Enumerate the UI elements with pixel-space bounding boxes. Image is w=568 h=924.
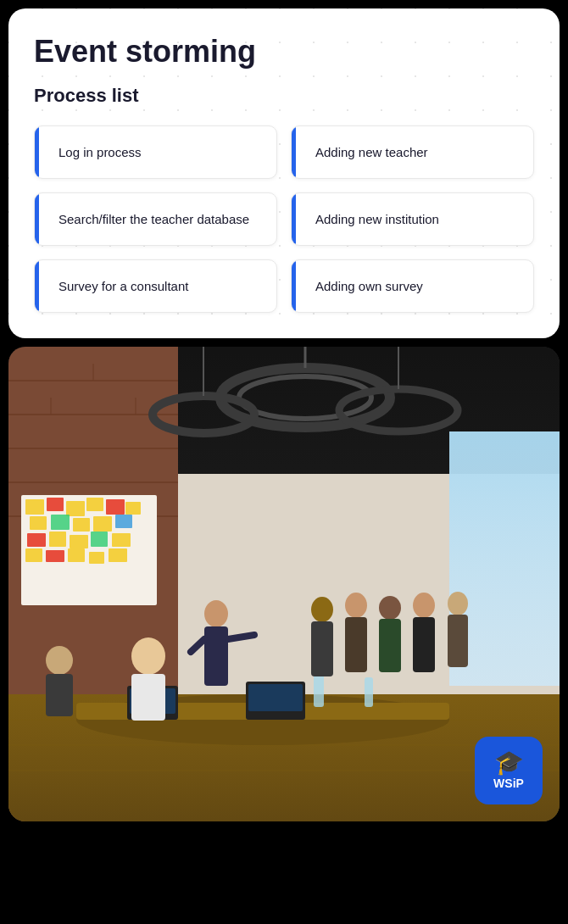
process-card-6[interactable]: Adding own survey (291, 259, 534, 313)
process-card-4-label: Adding new institution (309, 212, 439, 226)
svg-point-68 (448, 592, 468, 615)
svg-rect-33 (30, 516, 47, 530)
event-storming-card: Event storming Process list Log in proce… (8, 8, 560, 338)
photo-section: 🎓 WSiP (8, 347, 560, 821)
svg-rect-28 (47, 498, 64, 511)
svg-rect-30 (86, 498, 103, 511)
svg-rect-44 (46, 550, 64, 562)
svg-rect-37 (115, 515, 132, 528)
svg-rect-27 (25, 499, 44, 515)
svg-rect-65 (379, 619, 401, 672)
process-card-1[interactable]: Log in process (34, 125, 277, 179)
svg-rect-46 (89, 552, 104, 564)
process-card-3[interactable]: Search/filter the teacher database (34, 192, 277, 246)
svg-rect-71 (46, 674, 73, 716)
wsip-label: WSiP (493, 776, 524, 790)
svg-point-72 (131, 637, 165, 675)
svg-rect-47 (109, 548, 127, 562)
svg-rect-32 (125, 502, 141, 515)
svg-rect-31 (106, 499, 125, 515)
svg-rect-40 (70, 535, 88, 548)
process-card-1-label: Log in process (52, 145, 142, 159)
svg-rect-36 (93, 516, 112, 532)
process-card-6-label: Adding own survey (309, 279, 423, 293)
svg-point-62 (345, 593, 367, 618)
svg-rect-35 (73, 518, 90, 532)
main-title: Event storming (34, 34, 534, 70)
svg-rect-42 (112, 533, 131, 547)
svg-rect-41 (91, 532, 108, 547)
svg-rect-54 (314, 673, 324, 707)
svg-rect-63 (345, 617, 367, 672)
svg-point-70 (46, 646, 73, 675)
process-grid: Log in process Adding new teacher Search… (34, 125, 534, 313)
svg-line-58 (228, 635, 254, 639)
svg-rect-69 (448, 615, 468, 667)
svg-point-60 (311, 597, 333, 622)
process-card-5-label: Survey for a consultant (52, 279, 188, 293)
svg-point-56 (204, 600, 228, 627)
svg-rect-45 (68, 548, 85, 562)
svg-point-66 (413, 593, 435, 618)
svg-rect-73 (131, 674, 165, 721)
svg-rect-67 (413, 617, 435, 672)
process-card-5[interactable]: Survey for a consultant (34, 259, 277, 313)
process-card-2-label: Adding new teacher (309, 145, 428, 159)
svg-rect-53 (248, 684, 303, 711)
svg-rect-39 (49, 532, 66, 547)
svg-rect-34 (51, 515, 70, 530)
wsip-icon: 🎓 (494, 751, 524, 775)
svg-point-64 (379, 596, 401, 620)
room-scene: 🎓 WSiP (8, 347, 560, 821)
svg-rect-61 (311, 621, 333, 676)
process-card-2[interactable]: Adding new teacher (291, 125, 534, 179)
process-card-4[interactable]: Adding new institution (291, 192, 534, 246)
svg-rect-38 (27, 533, 46, 547)
svg-rect-43 (25, 548, 42, 562)
svg-rect-57 (204, 626, 228, 686)
svg-rect-29 (66, 501, 85, 516)
svg-rect-55 (365, 677, 373, 707)
wsip-logo[interactable]: 🎓 WSiP (475, 737, 543, 804)
section-title: Process list (34, 85, 534, 107)
process-card-3-label: Search/filter the teacher database (52, 212, 249, 226)
